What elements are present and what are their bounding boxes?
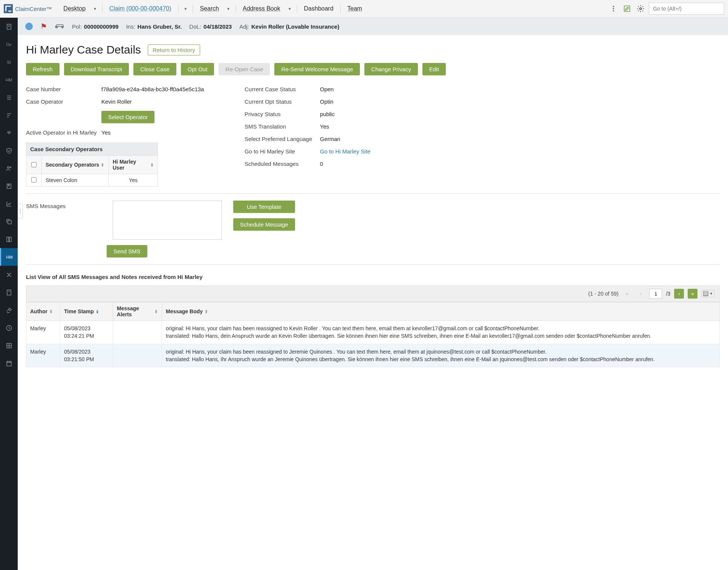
change-privacy-button[interactable]: Change Privacy (364, 63, 418, 75)
nav-desktop[interactable]: Desktop (60, 3, 89, 14)
goto-search-input[interactable] (649, 3, 724, 15)
sidebar-item-gavel[interactable] (0, 301, 18, 319)
top-right-controls (608, 3, 724, 15)
case-number-label: Case Number (26, 86, 101, 92)
scheduled-label: Scheduled Messages (245, 161, 320, 167)
sidebar-item-hm-active[interactable]: HM (0, 248, 18, 266)
edit-icon[interactable] (622, 3, 632, 14)
pager-first-button: « (622, 289, 632, 299)
sort-icon: ▲▼ (96, 309, 99, 314)
sidebar-item-doc[interactable] (0, 18, 18, 35)
main-content: Hi Marley Case Details Return to History… (18, 35, 728, 382)
body-cell: original: Hi Hans, your claim has been r… (162, 321, 720, 344)
timestamp-column-header[interactable]: Time Stamp▲▼ (60, 302, 113, 321)
select-operator-button[interactable]: Select Operator (101, 111, 154, 123)
sidebar-item-calendar[interactable] (0, 354, 18, 372)
operator-name: Steven Colon (41, 174, 109, 186)
opt-out-button[interactable]: Opt Out (181, 63, 214, 75)
pager-current-input[interactable] (649, 289, 662, 299)
sort-icon: ▲▼ (101, 162, 104, 167)
author-cell: Marley (26, 321, 60, 344)
timestamp-cell: 05/08/2023 03:24:21 PM (60, 321, 113, 344)
adjuster-field: Adj: Kevin Roller (Lovable Insurance) (239, 23, 339, 30)
active-operator-label: Active Operator in Hi Marley (26, 129, 101, 136)
sidebar-item-copy[interactable] (0, 213, 18, 230)
row-checkbox[interactable] (31, 177, 37, 182)
hi-marley-user-header[interactable]: Hi Marley User▲▼ (109, 156, 158, 174)
sidebar-item-shuffle[interactable] (0, 266, 18, 283)
sidebar-item-hm-top[interactable]: HM (0, 71, 18, 89)
sidebar-item-st[interactable]: St (0, 53, 18, 71)
close-case-button[interactable]: Close Case (133, 63, 176, 75)
svg-point-16 (10, 167, 11, 168)
edit-button[interactable]: Edit (422, 63, 446, 75)
chevron-down-icon[interactable]: ▼ (286, 7, 294, 11)
svg-rect-20 (8, 221, 11, 224)
reopen-case-button: Re-Open Case (219, 63, 270, 75)
svg-point-1 (613, 8, 614, 9)
select-all-checkbox-cell (26, 156, 41, 174)
select-all-checkbox[interactable] (31, 162, 37, 167)
download-transcript-button[interactable]: Download Transcript (64, 63, 129, 75)
operator-user-flag: Yes (109, 174, 158, 186)
sms-textarea[interactable] (113, 201, 222, 240)
view-toggle[interactable]: ▼ (701, 290, 715, 297)
nav-dashboard[interactable]: Dashboard (300, 3, 337, 14)
sidebar-item-radio[interactable] (0, 124, 18, 142)
secondary-operators-header[interactable]: Secondary Operators▲▼ (41, 156, 109, 174)
sidebar-item-chart[interactable] (0, 195, 18, 213)
nav-search[interactable]: Search (196, 3, 223, 14)
pref-lang-value: German (320, 136, 340, 142)
schedule-message-button[interactable]: Schedule Message (233, 218, 295, 231)
alerts-cell (113, 321, 162, 344)
body-column-header[interactable]: Message Body▲▼ (162, 302, 720, 321)
sidebar-item-bookmark[interactable] (0, 177, 18, 195)
details-right-col: Current Case Status Open Current Opt Sta… (245, 83, 440, 187)
sidebar-item-sort[interactable] (0, 106, 18, 124)
sidebar-item-ov[interactable]: Ov (0, 35, 18, 53)
chevron-down-icon[interactable]: ▼ (91, 7, 99, 11)
case-number-value: f78a909a-e24a-4b8a-bc30-ff0a45e5c13a (101, 86, 204, 92)
case-details-grid: Case Number f78a909a-e24a-4b8a-bc30-ff0a… (26, 83, 720, 187)
top-nav: Desktop ▼ Claim (000-00-000470) ▼ Search… (60, 3, 608, 14)
alerts-column-header[interactable]: Message Alerts▲▼ (113, 302, 162, 321)
current-status-value: Open (320, 86, 334, 92)
pager-next-button[interactable]: › (674, 289, 684, 299)
pager-info: (1 - 20 of 59) (588, 291, 618, 297)
sidebar-item-calc[interactable] (0, 283, 18, 301)
use-template-button[interactable]: Use Template (233, 201, 295, 213)
sidebar-item-list[interactable] (0, 89, 18, 106)
return-to-history-button[interactable]: Return to History (148, 44, 200, 55)
secondary-operators-title: Case Secondary Operators (26, 143, 158, 156)
pager-total: /3 (666, 291, 670, 297)
gear-icon[interactable] (635, 3, 646, 14)
nav-claim[interactable]: Claim (000-00-000470) (106, 3, 175, 14)
top-bar: ClaimCenter™ Desktop ▼ Claim (000-00-000… (0, 0, 728, 18)
goto-site-link[interactable]: Go to Hi Marley Site (320, 148, 370, 155)
more-menu-icon[interactable] (608, 3, 619, 14)
sidebar-item-users[interactable] (0, 159, 18, 177)
sidebar-item-history[interactable] (0, 319, 18, 337)
table-row[interactable]: Marley05/08/2023 03:24:21 PMoriginal: Hi… (26, 321, 720, 344)
sidebar-item-shield[interactable] (0, 142, 18, 159)
nav-team[interactable]: Team (344, 3, 366, 14)
flag-icon[interactable]: ⚑ (40, 22, 47, 31)
chevron-down-icon[interactable]: ▼ (182, 7, 190, 11)
author-column-header[interactable]: Author▲▼ (26, 302, 60, 321)
chevron-down-icon[interactable]: ▼ (224, 7, 232, 11)
opt-status-value: Optin (320, 98, 333, 105)
sidebar-expand-handle[interactable]: ⋮ (18, 204, 23, 219)
pager-bar: (1 - 20 of 59) « ‹ /3 › » ▼ (26, 285, 720, 302)
send-sms-button[interactable]: Send SMS (107, 245, 147, 257)
pager-last-button[interactable]: » (688, 289, 697, 299)
timestamp-cell: 05/08/2023 03:21:50 PM (60, 344, 113, 367)
table-row[interactable]: Marley05/08/2023 03:21:50 PMoriginal: Hi… (26, 344, 720, 367)
refresh-button[interactable]: Refresh (26, 63, 60, 75)
nav-divider (102, 5, 102, 13)
sidebar-item-book[interactable] (0, 230, 18, 248)
resend-welcome-button[interactable]: Re-Send Welcome Message (274, 63, 360, 75)
status-dot-icon (25, 23, 33, 30)
sidebar-item-grid[interactable] (0, 337, 18, 354)
nav-address-book[interactable]: Address Book (239, 3, 284, 14)
svg-point-15 (7, 166, 9, 168)
